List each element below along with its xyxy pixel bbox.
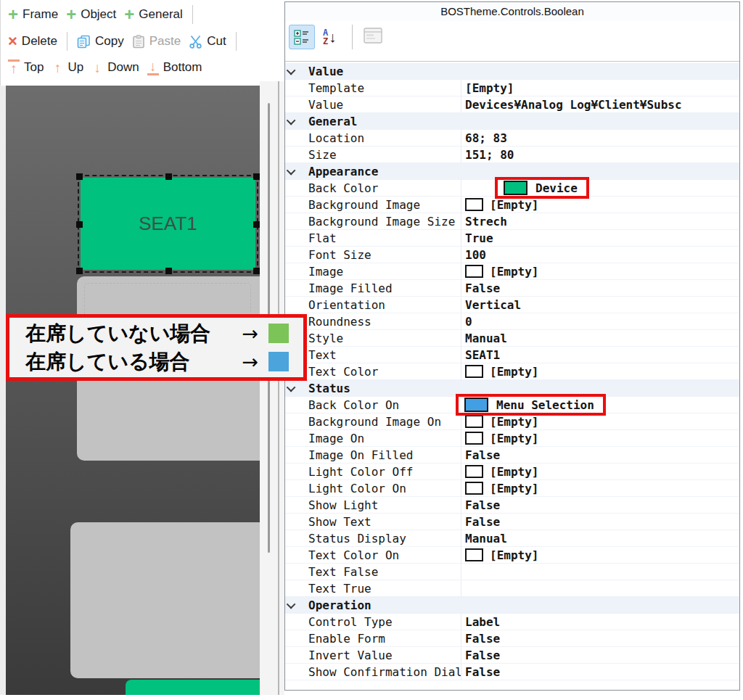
frame-object[interactable]: [70, 522, 260, 678]
property-value[interactable]: [Empty]: [461, 197, 739, 213]
property-value[interactable]: SEAT1: [461, 347, 739, 363]
chevron-down-icon[interactable]: [287, 599, 296, 609]
add-frame-button[interactable]: + Frame: [7, 7, 59, 22]
property-value[interactable]: Strech: [461, 213, 739, 229]
chevron-down-icon[interactable]: [287, 65, 296, 75]
property-row-style[interactable]: StyleManual: [285, 330, 739, 347]
property-value[interactable]: True: [461, 230, 739, 246]
add-object-button[interactable]: + Object: [65, 7, 118, 22]
property-row-value[interactable]: ValueDevices¥Analog Log¥Client¥Subsc: [285, 96, 739, 113]
chevron-down-icon[interactable]: [287, 115, 296, 125]
property-value[interactable]: 0: [461, 313, 739, 329]
property-row-image-on[interactable]: Image On[Empty]: [285, 430, 739, 447]
property-value[interactable]: Devices¥Analog Log¥Client¥Subsc: [461, 96, 739, 112]
property-pages-button[interactable]: [359, 27, 387, 46]
add-general-button[interactable]: + General: [123, 7, 184, 22]
chevron-down-icon[interactable]: [287, 165, 296, 175]
property-row-template[interactable]: Template[Empty]: [285, 80, 739, 96]
property-value[interactable]: [Empty]: [461, 413, 739, 429]
selection-handle[interactable]: [76, 173, 83, 180]
property-value[interactable]: [Empty]: [461, 547, 739, 563]
property-value[interactable]: False: [461, 630, 739, 646]
property-row-location[interactable]: Location68; 83: [285, 130, 739, 147]
property-row-image-filled[interactable]: Image FilledFalse: [285, 280, 739, 297]
property-value[interactable]: False: [461, 664, 739, 680]
selection-handle[interactable]: [165, 173, 172, 180]
property-row-invert-value[interactable]: Invert ValueFalse: [285, 647, 739, 664]
copy-button[interactable]: Copy: [75, 34, 126, 49]
property-row-show-text[interactable]: Show TextFalse: [285, 514, 739, 530]
chevron-down-icon[interactable]: [287, 382, 296, 392]
property-value[interactable]: [Empty]: [461, 480, 739, 496]
property-row-status-display[interactable]: Status DisplayManual: [285, 530, 739, 547]
move-top-button[interactable]: ↑ Top: [7, 59, 45, 75]
category-row-value[interactable]: Value: [285, 63, 739, 80]
category-row-operation[interactable]: Operation: [285, 597, 739, 614]
color-swatch: [465, 432, 483, 445]
property-row-size[interactable]: Size151; 80: [285, 147, 739, 163]
selection-handle[interactable]: [76, 268, 83, 274]
move-bottom-button[interactable]: ↓ Bottom: [146, 59, 204, 75]
property-row-roundness[interactable]: Roundness0: [285, 313, 739, 330]
property-row-control-type[interactable]: Control TypeLabel: [285, 614, 739, 630]
categorized-button[interactable]: [289, 25, 315, 49]
property-value[interactable]: [Empty]: [461, 263, 739, 279]
green-bar-object[interactable]: [126, 680, 260, 695]
selection-handle[interactable]: [253, 221, 260, 228]
property-value[interactable]: False: [461, 280, 739, 296]
property-value[interactable]: Menu Selection: [461, 397, 739, 413]
selection-handle[interactable]: [253, 268, 260, 274]
property-value[interactable]: False: [461, 647, 739, 663]
property-row-text-color-on[interactable]: Text Color On[Empty]: [285, 547, 739, 564]
property-value[interactable]: [461, 564, 739, 580]
property-row-image[interactable]: Image[Empty]: [285, 263, 739, 280]
property-row-text-color[interactable]: Text Color[Empty]: [285, 363, 739, 380]
category-row-general[interactable]: General: [285, 113, 739, 130]
paste-button[interactable]: Paste: [131, 34, 182, 49]
move-down-button[interactable]: ↓ Down: [90, 60, 140, 75]
cut-button[interactable]: Cut: [187, 34, 227, 49]
design-canvas[interactable]: SEAT1: [6, 86, 260, 695]
property-row-font-size[interactable]: Font Size100: [285, 247, 739, 263]
property-value[interactable]: Device: [461, 180, 739, 196]
property-row-enable-form[interactable]: Enable FormFalse: [285, 630, 739, 647]
splitter-line[interactable]: [278, 81, 279, 695]
property-row-back-color-on[interactable]: Back Color OnMenu Selection: [285, 397, 739, 413]
property-row-show-light[interactable]: Show LightFalse: [285, 497, 739, 514]
property-row-image-on-filled[interactable]: Image On FilledFalse: [285, 447, 739, 464]
property-row-orientation[interactable]: OrientationVertical: [285, 297, 739, 313]
property-value[interactable]: [461, 580, 739, 596]
delete-button[interactable]: × Delete: [7, 34, 59, 49]
selection-handle[interactable]: [76, 221, 83, 228]
property-value[interactable]: False: [461, 447, 739, 463]
property-value[interactable]: False: [461, 497, 739, 513]
property-row-background-image[interactable]: Background Image[Empty]: [285, 197, 739, 213]
property-row-background-image-size[interactable]: Background Image SizeStrech: [285, 213, 739, 230]
property-row-text-true[interactable]: Text True: [285, 580, 739, 597]
property-value[interactable]: False: [461, 514, 739, 530]
property-row-show-confirmation-dialog[interactable]: Show Confirmation DialogFalse: [285, 664, 739, 680]
property-value[interactable]: [Empty]: [461, 80, 739, 96]
selection-handle[interactable]: [253, 173, 260, 180]
property-value[interactable]: [Empty]: [461, 430, 739, 446]
property-value[interactable]: [Empty]: [461, 464, 739, 479]
property-value[interactable]: Vertical: [461, 297, 739, 313]
property-value[interactable]: Manual: [461, 530, 739, 546]
sort-alphabetical-button[interactable]: AZ ↓: [319, 25, 345, 49]
property-value[interactable]: 100: [461, 247, 739, 263]
property-row-flat[interactable]: FlatTrue: [285, 230, 739, 247]
property-row-back-color[interactable]: Back ColorDevice: [285, 180, 739, 197]
property-row-light-color-on[interactable]: Light Color On[Empty]: [285, 480, 739, 497]
property-row-text-false[interactable]: Text False: [285, 564, 739, 580]
property-value[interactable]: Label: [461, 614, 739, 630]
move-up-button[interactable]: ↑ Up: [50, 60, 85, 75]
property-row-text[interactable]: TextSEAT1: [285, 347, 739, 363]
property-row-light-color-off[interactable]: Light Color Off[Empty]: [285, 464, 739, 480]
property-value[interactable]: 151; 80: [461, 147, 739, 162]
property-row-background-image-on[interactable]: Background Image On[Empty]: [285, 413, 739, 430]
selection-handle[interactable]: [165, 268, 172, 274]
property-value[interactable]: 68; 83: [461, 130, 739, 146]
property-value[interactable]: Manual: [461, 330, 739, 346]
property-value[interactable]: [Empty]: [461, 363, 739, 379]
seat1-control[interactable]: SEAT1: [81, 178, 255, 270]
